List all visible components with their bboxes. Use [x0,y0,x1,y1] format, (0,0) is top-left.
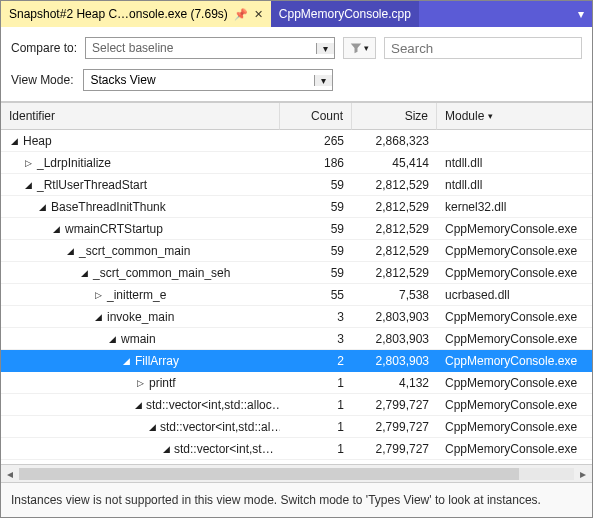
table-row[interactable]: ◢wmainCRTStartup592,812,529CppMemoryCons… [1,218,592,240]
expand-toggle-icon[interactable]: ◢ [135,400,142,410]
table-row[interactable]: ◢FillArray22,803,903CppMemoryConsole.exe [1,350,592,372]
sort-caret-icon: ▾ [488,111,493,121]
identifier-label: wmain [121,332,156,346]
count-cell: 59 [280,174,352,196]
size-cell: 7,538 [352,284,437,306]
close-icon[interactable]: ✕ [254,8,263,21]
expand-toggle-icon[interactable]: ◢ [107,334,117,344]
size-cell: 2,812,529 [352,262,437,284]
count-cell: 59 [280,240,352,262]
expand-toggle-icon[interactable]: ▷ [135,378,145,388]
grid-body[interactable]: ◢Heap2652,868,323▷_LdrpInitialize18645,4… [1,130,592,464]
expand-toggle-icon[interactable]: ◢ [121,356,131,366]
expand-toggle-icon[interactable]: ◢ [79,268,89,278]
table-row[interactable]: ◢_scrt_common_main_seh592,812,529CppMemo… [1,262,592,284]
module-cell: CppMemoryConsole.exe [437,416,592,438]
scroll-track[interactable] [19,468,574,480]
header-count[interactable]: Count [280,103,352,130]
tab-label: CppMemoryConsole.cpp [279,7,411,21]
horizontal-scrollbar[interactable]: ◂ ▸ [1,464,592,482]
module-cell: CppMemoryConsole.exe [437,306,592,328]
tab-snapshot[interactable]: Snapshot#2 Heap C…onsole.exe (7.69s) 📌 ✕ [1,1,271,27]
scroll-left-arrow[interactable]: ◂ [1,467,19,481]
identifier-cell: ◢_scrt_common_main [1,240,280,262]
size-cell: 2,799,727 [352,438,437,460]
size-cell: 2,812,529 [352,196,437,218]
size-cell: 4,132 [352,372,437,394]
status-message: Instances view is not supported in this … [1,482,592,517]
identifier-cell: ◢wmain [1,328,280,350]
tab-label: Snapshot#2 Heap C…onsole.exe (7.69s) [9,7,228,21]
identifier-label: _initterm_e [107,288,166,302]
identifier-label: _LdrpInitialize [37,156,111,170]
search-input[interactable] [384,37,582,59]
table-row[interactable]: ◢invoke_main32,803,903CppMemoryConsole.e… [1,306,592,328]
table-row[interactable]: ◢BaseThreadInitThunk592,812,529kernel32.… [1,196,592,218]
identifier-label: wmainCRTStartup [65,222,163,236]
expand-toggle-icon[interactable]: ▷ [23,158,33,168]
count-cell: 2 [280,350,352,372]
view-mode-value: Stacks View [84,73,314,87]
table-row[interactable]: ▷_LdrpInitialize18645,414ntdll.dll [1,152,592,174]
chevron-down-icon[interactable]: ▾ [316,43,334,54]
compare-to-label: Compare to: [11,41,77,55]
module-cell [437,130,592,152]
identifier-cell: ◢_RtlUserThreadStart [1,174,280,196]
header-module[interactable]: Module▾ [437,103,592,130]
table-row[interactable]: ◢std::vector<int,std::al…12,799,727CppMe… [1,416,592,438]
size-cell: 2,799,727 [352,394,437,416]
identifier-label: Heap [23,134,52,148]
tab-source-file[interactable]: CppMemoryConsole.cpp [271,1,419,27]
count-cell: 1 [280,416,352,438]
expand-toggle-icon[interactable]: ◢ [149,422,156,432]
identifier-label: std::vector<int,st… [174,442,274,456]
expand-toggle-icon[interactable]: ◢ [163,444,170,454]
scroll-right-arrow[interactable]: ▸ [574,467,592,481]
count-cell: 59 [280,262,352,284]
identifier-cell: ◢std::vector<int,st… [1,438,280,460]
identifier-cell: ◢std::vector<int,std::al… [1,416,280,438]
column-headers: Identifier Count Size Module▾ [1,103,592,130]
expand-toggle-icon[interactable]: ◢ [37,202,47,212]
table-row[interactable]: ▷_initterm_e557,538ucrbased.dll [1,284,592,306]
module-cell: ucrbased.dll [437,284,592,306]
expand-toggle-icon[interactable]: ◢ [9,136,19,146]
expand-toggle-icon[interactable]: ▷ [93,290,103,300]
table-row[interactable]: ◢std::vector<int,st…12,799,727CppMemoryC… [1,438,592,460]
chevron-down-icon[interactable]: ▾ [314,75,332,86]
size-cell: 45,414 [352,152,437,174]
header-size[interactable]: Size [352,103,437,130]
identifier-cell: ◢Heap [1,130,280,152]
header-identifier[interactable]: Identifier [1,103,280,130]
size-cell: 2,812,529 [352,218,437,240]
toolbar-row-2: View Mode: Stacks View ▾ [1,65,592,102]
module-cell: CppMemoryConsole.exe [437,328,592,350]
expand-toggle-icon[interactable]: ◢ [51,224,61,234]
expand-toggle-icon[interactable]: ◢ [23,180,33,190]
tab-overflow-button[interactable]: ▾ [570,1,592,27]
count-cell: 265 [280,130,352,152]
table-row[interactable]: ◢wmain32,803,903CppMemoryConsole.exe [1,328,592,350]
table-row[interactable]: ◢std::vector<int,std::alloc…12,799,727Cp… [1,394,592,416]
identifier-label: std::vector<int,std::alloc… [146,398,280,412]
scroll-thumb[interactable] [19,468,519,480]
view-mode-select[interactable]: Stacks View ▾ [83,69,333,91]
filter-button[interactable]: ▾ [343,37,376,59]
expand-toggle-icon[interactable]: ◢ [65,246,75,256]
expand-toggle-icon[interactable]: ◢ [93,312,103,322]
table-row[interactable]: ◢_RtlUserThreadStart592,812,529ntdll.dll [1,174,592,196]
identifier-label: _scrt_common_main [79,244,190,258]
baseline-select[interactable]: Select baseline ▾ [85,37,335,59]
pin-icon[interactable]: 📌 [234,8,248,21]
table-row[interactable]: ◢_scrt_common_main592,812,529CppMemoryCo… [1,240,592,262]
identifier-cell: ◢_scrt_common_main_seh [1,262,280,284]
identifier-cell: ▷_LdrpInitialize [1,152,280,174]
size-cell: 2,803,903 [352,350,437,372]
module-cell: ntdll.dll [437,152,592,174]
identifier-cell: ▷printf [1,372,280,394]
funnel-icon [350,42,362,54]
table-row[interactable]: ◢Heap2652,868,323 [1,130,592,152]
identifier-label: _scrt_common_main_seh [93,266,230,280]
module-cell: CppMemoryConsole.exe [437,218,592,240]
table-row[interactable]: ▷printf14,132CppMemoryConsole.exe [1,372,592,394]
